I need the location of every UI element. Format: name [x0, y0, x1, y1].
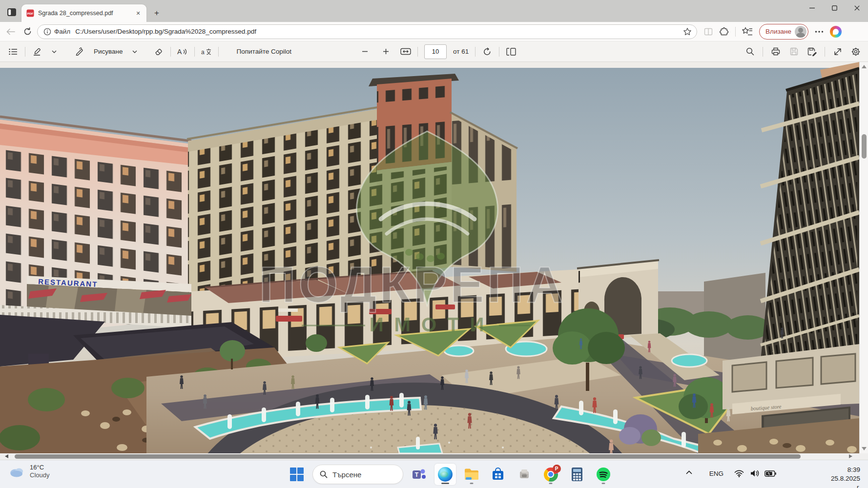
divider: [735, 27, 736, 37]
draw-label: Рисуване: [94, 48, 123, 55]
zoom-out-icon[interactable]: [359, 45, 370, 59]
svg-text:T: T: [415, 471, 419, 478]
new-tab-button[interactable]: +: [150, 7, 163, 20]
protocol-label: Файл: [54, 28, 70, 35]
divider: [170, 47, 171, 57]
divider: [475, 47, 475, 57]
time: 8:39: [831, 466, 860, 474]
chevron-down-icon[interactable]: [129, 45, 140, 59]
refresh-icon[interactable]: [21, 25, 34, 39]
vertical-scrollbar[interactable]: [859, 62, 868, 453]
table-of-contents-icon[interactable]: [8, 45, 19, 59]
minimize-button[interactable]: [801, 0, 823, 16]
svg-text:a: a: [201, 49, 205, 56]
scroll-left-arrow[interactable]: [5, 454, 8, 458]
file-explorer-icon[interactable]: [461, 464, 482, 485]
language-indicator[interactable]: ENG: [709, 470, 723, 477]
settings-icon[interactable]: [850, 45, 861, 59]
sign-in-button[interactable]: Влизане: [759, 24, 808, 40]
maximize-button[interactable]: [823, 0, 846, 16]
utility-app-icon[interactable]: [514, 464, 535, 485]
scroll-up-arrow[interactable]: [862, 65, 867, 68]
save-as-icon[interactable]: [806, 45, 817, 59]
print-icon[interactable]: [770, 45, 781, 59]
clock[interactable]: 8:39 25.8.2025 г.: [831, 466, 860, 488]
chrome-icon[interactable]: P: [540, 464, 561, 485]
copilot-icon[interactable]: [830, 26, 842, 38]
search-placeholder: Търсене: [332, 470, 361, 479]
divider: [825, 47, 825, 57]
spotify-icon[interactable]: [593, 464, 614, 485]
extensions-icon[interactable]: [719, 27, 729, 37]
architectural-render: RESTAURANT: [0, 62, 859, 453]
taskbar: 16°C Cloudy Търсене T: [0, 460, 868, 488]
scroll-right-arrow[interactable]: [849, 454, 852, 458]
more-options-icon[interactable]: [815, 30, 824, 33]
translate-icon[interactable]: a: [201, 45, 212, 59]
fit-to-width-icon[interactable]: [400, 45, 411, 59]
favorite-star-icon[interactable]: [683, 27, 692, 36]
tray-chevron-icon[interactable]: [686, 470, 692, 474]
page-number-input[interactable]: [424, 44, 447, 59]
browser-tab[interactable]: PDF Sgrada 28_compressed.pdf ✕: [21, 4, 146, 22]
scroll-down-arrow[interactable]: [862, 447, 867, 450]
svg-text:A: A: [177, 48, 182, 56]
tab-title: Sgrada 28_compressed.pdf: [38, 10, 134, 17]
sign-in-label: Влизане: [765, 28, 791, 35]
search-icon[interactable]: [744, 45, 755, 59]
wifi-icon[interactable]: [734, 470, 744, 477]
page-total-label: от 61: [453, 48, 469, 55]
start-button[interactable]: [286, 464, 308, 485]
edge-icon[interactable]: [434, 464, 456, 485]
zoom-in-icon[interactable]: [380, 45, 391, 59]
pdf-page-view[interactable]: RESTAURANT: [0, 62, 868, 460]
split-screen-icon: [704, 27, 713, 36]
highlighter-icon[interactable]: [32, 45, 42, 59]
search-icon: [320, 470, 328, 478]
cloud-icon: [9, 465, 25, 478]
rotate-icon[interactable]: [482, 45, 493, 59]
tab-close-icon[interactable]: ✕: [134, 9, 143, 18]
date: 25.8.2025 г.: [831, 474, 860, 488]
page-view-icon[interactable]: [506, 45, 517, 59]
calculator-icon[interactable]: [566, 464, 588, 485]
url-text: C:/Users/user/Desktop/rpp.bg/Sgrada%2028…: [75, 28, 683, 35]
battery-icon[interactable]: [765, 470, 776, 477]
taskbar-search-input[interactable]: Търсене: [312, 465, 403, 484]
divider: [194, 47, 195, 57]
back-icon[interactable]: [4, 25, 18, 39]
horizontal-scrollbar[interactable]: [0, 453, 868, 460]
store-icon[interactable]: [487, 464, 509, 485]
divider: [25, 47, 25, 57]
divider: [763, 47, 763, 57]
eraser-icon[interactable]: [153, 45, 164, 59]
tab-workspaces-icon[interactable]: [6, 7, 18, 18]
horizontal-scroll-thumb[interactable]: [15, 454, 801, 459]
weather-widget[interactable]: 16°C Cloudy: [9, 464, 49, 479]
title-bar: PDF Sgrada 28_compressed.pdf ✕ +: [0, 0, 868, 22]
windows-logo-icon: [290, 468, 304, 481]
svg-text:PDF: PDF: [27, 12, 34, 15]
pdf-file-icon: PDF: [26, 9, 34, 17]
read-aloud-icon[interactable]: A: [177, 45, 188, 59]
divider: [499, 47, 499, 57]
info-icon[interactable]: [43, 28, 51, 36]
profile-avatar: [795, 26, 806, 38]
weather-condition: Cloudy: [30, 471, 49, 479]
draw-pen-icon[interactable]: [74, 45, 84, 59]
fullscreen-icon[interactable]: [832, 45, 843, 59]
browser-window: PDF Sgrada 28_compressed.pdf ✕ + Файл C:…: [0, 0, 868, 488]
url-field[interactable]: Файл C:/Users/user/Desktop/rpp.bg/Sgrada…: [37, 24, 697, 39]
address-bar: Файл C:/Users/user/Desktop/rpp.bg/Sgrada…: [0, 22, 868, 41]
weather-temperature: 16°C: [30, 464, 49, 471]
teams-icon[interactable]: T: [408, 464, 430, 485]
favorites-bar-icon[interactable]: [742, 27, 753, 36]
ask-copilot-button[interactable]: Попитайте Copilot: [237, 48, 291, 55]
chevron-down-icon[interactable]: [49, 45, 60, 59]
vertical-scroll-thumb[interactable]: [862, 134, 867, 159]
save-icon: [788, 45, 799, 59]
volume-icon[interactable]: [750, 469, 760, 477]
close-button[interactable]: [846, 0, 868, 16]
chrome-badge: P: [553, 465, 561, 473]
divider: [417, 47, 418, 57]
